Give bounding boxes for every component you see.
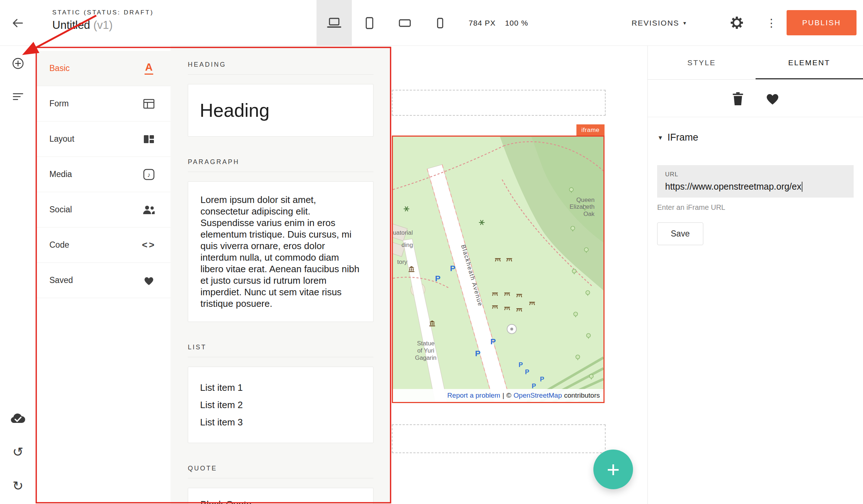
section-header: PARAGRAPH	[188, 158, 373, 172]
category-label: Social	[49, 205, 72, 215]
list-element-card[interactable]: List item 1 List item 2 List item 3	[188, 367, 373, 443]
map-label-edge: uatorial	[393, 229, 413, 236]
heart-icon	[765, 91, 780, 106]
form-icon	[141, 98, 157, 110]
heading-element-card[interactable]: Heading	[188, 84, 373, 137]
section-quote: QUOTE Block Quote	[188, 465, 373, 504]
list-item: List item 2	[200, 396, 361, 414]
revisions-dropdown[interactable]: REVISIONS ▾	[632, 0, 687, 46]
quote-element-card[interactable]: Block Quote	[188, 488, 373, 504]
copyright-symbol: ©	[506, 392, 512, 399]
save-button[interactable]: Save	[657, 222, 703, 245]
map-label-statue: of Yuri	[417, 347, 434, 354]
gear-icon	[730, 16, 744, 30]
more-options-button[interactable]: ⋮	[763, 11, 780, 34]
category-code[interactable]: Code <>	[36, 227, 171, 263]
arrow-left-icon	[11, 16, 25, 30]
rail-bottom-group: ↺ ↻	[6, 407, 30, 498]
paragraph-element-card[interactable]: Lorem ipsum dolor sit amet, consectetur …	[188, 181, 373, 322]
element-library-panel: HEADING Heading PARAGRAPH Lorem ipsum do…	[171, 46, 391, 504]
trash-icon	[731, 90, 745, 106]
map-parking-icon: P	[490, 337, 496, 346]
text-format-icon: A	[141, 62, 157, 75]
category-label: Saved	[49, 275, 73, 285]
section-header: QUOTE	[188, 465, 373, 478]
url-input-value: https://www.openstreetmap.org/ex	[665, 181, 801, 192]
section-list: LIST List item 1 List item 2 List item 3	[188, 344, 373, 443]
device-preview-group	[317, 0, 458, 46]
url-field-label: URL	[665, 171, 846, 178]
layers-menu-button[interactable]	[6, 85, 30, 108]
settings-button[interactable]	[725, 11, 748, 34]
iframe-section-toggle[interactable]: ▾ IFrame	[648, 117, 863, 158]
map-label-edge: ding	[402, 241, 413, 248]
map-label-edge: tory	[397, 258, 408, 265]
map-attribution: Report a problem | © OpenStreetMap contr…	[393, 389, 603, 402]
page-title[interactable]: Untitled	[52, 19, 90, 31]
undo-button[interactable]: ↺	[6, 441, 30, 464]
people-icon	[141, 204, 157, 215]
category-label: Form	[49, 99, 69, 109]
device-tablet-button[interactable]	[352, 0, 387, 46]
code-brackets-icon: <>	[141, 239, 157, 251]
plus-icon: +	[607, 458, 620, 481]
attribution-separator: |	[503, 392, 504, 399]
openstreetmap-link[interactable]: OpenStreetMap	[514, 392, 562, 399]
section-header: LIST	[188, 344, 373, 357]
page-status: STATIC (STATUS: DRAFT)	[52, 9, 154, 16]
map-label-statue: Gagarin	[415, 354, 437, 361]
inspector-panel: STYLE ELEMENT ▾ IFrame URL	[647, 46, 863, 504]
category-social[interactable]: Social	[36, 192, 171, 227]
tab-element[interactable]: ELEMENT	[756, 46, 863, 79]
back-button[interactable]	[0, 0, 36, 46]
element-type-title: IFrame	[668, 132, 699, 143]
device-desktop-button[interactable]	[317, 0, 352, 46]
category-media[interactable]: Media ♪	[36, 157, 171, 192]
empty-drop-placeholder-top[interactable]	[392, 90, 606, 116]
zoom-level: 100 %	[505, 19, 528, 27]
empty-drop-placeholder-bottom[interactable]	[392, 424, 606, 453]
chevron-down-icon: ▾	[659, 133, 662, 142]
kebab-menu-icon: ⋮	[766, 17, 777, 29]
redo-icon: ↻	[12, 479, 23, 492]
add-section-fab[interactable]: +	[593, 450, 633, 489]
publish-button[interactable]: PUBLISH	[787, 10, 857, 35]
url-helper-text: Enter an iFrame URL	[657, 203, 854, 212]
page-title-block: STATIC (STATUS: DRAFT) Untitled(v1)	[52, 9, 154, 32]
map-label-oak: Oak	[583, 211, 594, 217]
category-label: Layout	[49, 134, 74, 144]
category-layout[interactable]: Layout	[36, 121, 171, 157]
tablet-landscape-icon	[397, 16, 413, 30]
undo-icon: ↺	[12, 446, 23, 459]
tab-style[interactable]: STYLE	[648, 46, 756, 79]
save-to-favorites-button[interactable]	[765, 91, 780, 106]
device-phone-button[interactable]	[422, 0, 458, 46]
page-version: (v1)	[93, 19, 112, 31]
laptop-icon	[326, 16, 342, 30]
autosave-status-button[interactable]	[6, 407, 30, 430]
category-basic[interactable]: Basic A	[36, 51, 171, 86]
url-input-group[interactable]: URL https://www.openstreetmap.org/ex	[657, 165, 854, 198]
map-label-oak: Elizabeth	[570, 203, 594, 210]
url-input[interactable]: https://www.openstreetmap.org/ex	[665, 181, 846, 192]
map-parking-icon: P	[525, 368, 529, 376]
add-element-button[interactable]	[6, 52, 30, 75]
report-problem-link[interactable]: Report a problem	[447, 392, 500, 399]
cloud-check-icon	[10, 412, 26, 425]
media-icon: ♪	[141, 168, 157, 181]
category-label: Basic	[49, 63, 70, 73]
inspector-tabs: STYLE ELEMENT	[648, 46, 863, 80]
menu-lines-icon	[13, 92, 23, 101]
delete-element-button[interactable]	[731, 90, 745, 106]
chevron-down-icon: ▾	[683, 20, 687, 26]
category-label: Media	[49, 169, 72, 179]
map-parking-icon: P	[435, 274, 441, 283]
element-actions-row	[648, 80, 863, 117]
map-label-oak: Queen	[576, 196, 594, 203]
device-tablet-landscape-button[interactable]	[387, 0, 422, 46]
category-saved[interactable]: Saved	[36, 263, 171, 298]
viewport-width: 784 PX	[469, 19, 496, 27]
redo-button[interactable]: ↻	[6, 474, 30, 498]
category-form[interactable]: Form	[36, 86, 171, 121]
selected-iframe-element[interactable]: iframe	[392, 136, 605, 403]
